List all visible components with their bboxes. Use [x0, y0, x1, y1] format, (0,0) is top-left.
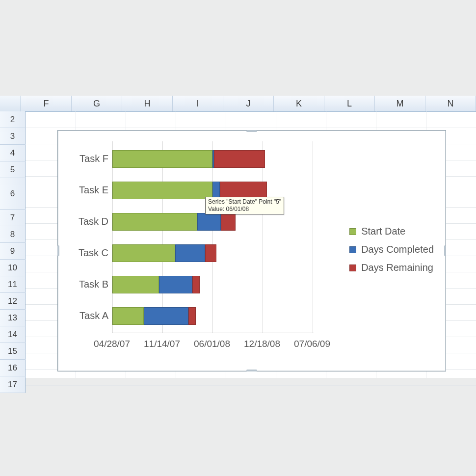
row-header-column: 234567891011121314151617 [0, 111, 26, 393]
resize-handle-bottom[interactable] [246, 370, 257, 371]
bar-segment-days-remaining[interactable] [221, 213, 236, 231]
legend-swatch-icon [349, 228, 356, 235]
row-header[interactable]: 9 [0, 243, 26, 260]
x-axis-tick-label: 04/28/07 [87, 339, 136, 349]
column-header[interactable]: F [21, 96, 72, 111]
bar-segment-start-date[interactable] [112, 244, 175, 262]
bar-segment-start-date[interactable] [112, 150, 212, 168]
bar-segment-start-date[interactable] [112, 182, 212, 199]
column-header[interactable]: K [274, 96, 324, 111]
y-axis-category-label: Task D [70, 216, 108, 227]
column-header[interactable]: M [375, 96, 425, 111]
x-axis-tick-label: 06/01/08 [187, 339, 237, 349]
tooltip-line: Series "Start Date" Point "5" [208, 198, 281, 206]
bar-row[interactable] [112, 276, 200, 293]
row-header[interactable]: 14 [0, 326, 26, 343]
x-axis-tick-label: 12/18/08 [238, 339, 287, 349]
row-header[interactable]: 10 [0, 260, 26, 276]
row-header[interactable]: 15 [0, 343, 26, 360]
resize-handle-left[interactable] [57, 245, 59, 256]
tooltip-line: Value: 06/01/08 [208, 206, 281, 213]
row-header[interactable]: 17 [0, 376, 26, 393]
bar-segment-days-completed[interactable] [197, 213, 221, 231]
row-header[interactable]: 16 [0, 360, 26, 376]
bar-row[interactable] [112, 307, 196, 325]
bar-segment-days-remaining[interactable] [188, 307, 196, 325]
datapoint-tooltip: Series "Start Date" Point "5" Value: 06/… [205, 197, 284, 214]
row-header[interactable]: 2 [0, 111, 26, 128]
row-header[interactable]: 6 [0, 178, 26, 210]
bar-segment-days-completed[interactable] [144, 307, 188, 325]
row-header[interactable]: 7 [0, 210, 26, 226]
legend-swatch-icon [349, 246, 356, 253]
y-axis-category-label: Task B [70, 279, 108, 290]
bar-segment-start-date[interactable] [112, 276, 159, 293]
legend-item-start-date[interactable]: Start Date [349, 226, 434, 237]
bar-row[interactable] [112, 150, 265, 168]
column-header[interactable]: H [122, 96, 173, 111]
row-header[interactable]: 3 [0, 128, 26, 145]
y-axis-category-label: Task A [70, 310, 108, 321]
x-axis-tick-label: 07/06/09 [288, 339, 337, 349]
bar-row[interactable] [112, 244, 216, 262]
bar-segment-days-remaining[interactable] [205, 244, 216, 262]
row-header[interactable]: 12 [0, 293, 26, 310]
bar-segment-start-date[interactable] [112, 213, 197, 231]
resize-handle-right[interactable] [444, 245, 446, 256]
embedded-chart[interactable]: Start Date Days Completed Days Remaining… [57, 130, 446, 371]
column-header[interactable]: L [324, 96, 375, 111]
x-axis-tick-label: 11/14/07 [137, 339, 186, 349]
y-axis-category-label: Task C [70, 247, 108, 259]
legend-swatch-icon [349, 264, 356, 271]
bar-row[interactable] [112, 213, 236, 231]
column-header[interactable]: J [223, 96, 274, 111]
row-header[interactable]: 11 [0, 276, 26, 293]
column-header[interactable]: I [173, 96, 223, 111]
legend-label: Days Completed [361, 244, 434, 255]
row-header[interactable]: 8 [0, 226, 26, 243]
column-header[interactable]: N [425, 96, 476, 111]
chart-legend[interactable]: Start Date Days Completed Days Remaining [349, 219, 434, 280]
resize-handle-top[interactable] [246, 130, 257, 132]
bar-segment-days-remaining[interactable] [192, 276, 200, 293]
select-all-corner[interactable] [0, 96, 21, 111]
column-header-row: FGHIJKLMN [0, 96, 476, 112]
legend-item-days-remaining[interactable]: Days Remaining [349, 262, 434, 273]
bar-segment-days-completed[interactable] [159, 276, 192, 293]
bar-segment-days-remaining[interactable] [214, 150, 265, 168]
y-axis-category-label: Task F [70, 153, 108, 164]
legend-label: Start Date [361, 226, 405, 237]
row-header[interactable]: 5 [0, 161, 26, 178]
bar-segment-start-date[interactable] [112, 307, 144, 325]
legend-label: Days Remaining [361, 262, 433, 273]
legend-item-days-completed[interactable]: Days Completed [349, 244, 434, 255]
y-axis-category-label: Task E [70, 185, 108, 196]
bar-segment-days-completed[interactable] [175, 244, 205, 262]
plot-area[interactable] [112, 141, 314, 333]
column-header[interactable]: G [72, 96, 122, 111]
row-header[interactable]: 4 [0, 145, 26, 161]
row-header[interactable]: 13 [0, 310, 26, 326]
